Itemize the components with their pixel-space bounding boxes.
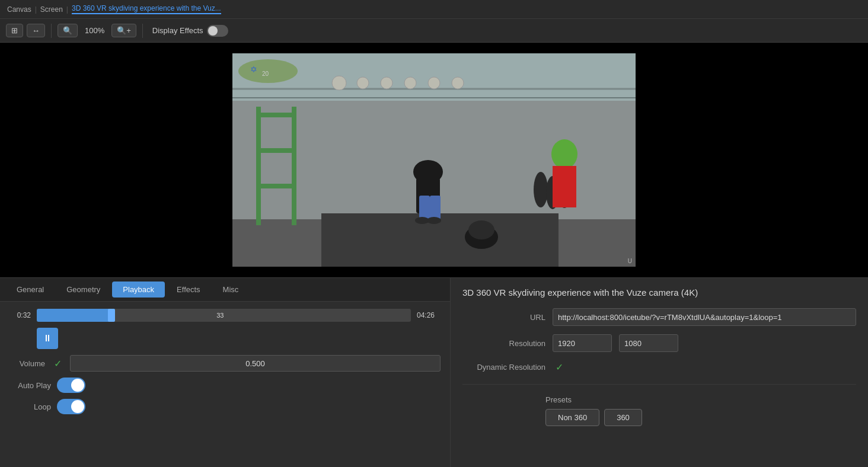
seek-track[interactable]: 33 (37, 309, 411, 322)
resolution-height-input[interactable] (619, 334, 678, 352)
zoom-in-button[interactable]: 🔍+ (111, 24, 136, 37)
fit-canvas-icon: ⊞ (11, 26, 18, 35)
preset-non360-button[interactable]: Non 360 (545, 409, 599, 426)
loop-label: Loop (9, 402, 51, 411)
fit-canvas-button[interactable]: ⊞ (6, 24, 23, 37)
svg-point-6 (381, 77, 392, 89)
svg-point-25 (427, 217, 441, 224)
tab-effects[interactable]: Effects (166, 282, 211, 298)
breadcrumb-sep1: | (35, 5, 37, 14)
zoom-level-label: 100% (81, 25, 108, 36)
svg-rect-27 (553, 166, 576, 207)
video-watermark: U (628, 258, 632, 264)
controls-row: ⏸ (9, 328, 441, 349)
svg-text:20: 20 (262, 71, 269, 77)
svg-point-29 (468, 220, 494, 239)
tab-misc[interactable]: Misc (212, 282, 250, 298)
toolbar: ⊞ ↔ 🔍 100% 🔍+ Display Effects (0, 19, 868, 43)
volume-row: Volume ✓ (9, 355, 441, 372)
breadcrumb: Canvas | Screen | 3D 360 VR skydiving ex… (7, 4, 221, 14)
display-effects-label: Display Effects (152, 26, 203, 35)
svg-rect-12 (256, 107, 261, 225)
video-scene: 20 ✡ U (232, 53, 636, 267)
svg-point-9 (452, 77, 464, 89)
seek-value-label: 33 (216, 312, 224, 319)
breadcrumb-canvas[interactable]: Canvas (7, 5, 31, 14)
auto-play-knob (71, 379, 84, 392)
zoom-out-icon: 🔍 (63, 26, 72, 35)
dynamic-resolution-row: Dynamic Resolution ✓ (462, 360, 856, 373)
display-effects-knob (208, 26, 218, 36)
video-svg: 20 ✡ (232, 53, 636, 267)
dynamic-resolution-label: Dynamic Resolution (462, 363, 545, 372)
svg-rect-15 (256, 148, 296, 153)
toolbar-separator-2 (142, 24, 143, 38)
zoom-in-icon: 🔍+ (117, 26, 131, 35)
play-pause-button[interactable]: ⏸ (37, 328, 58, 349)
video-frame: 20 ✡ U (232, 53, 636, 267)
svg-rect-13 (292, 107, 296, 225)
seek-thumb[interactable] (108, 309, 115, 322)
svg-point-26 (551, 139, 577, 169)
display-effects-toggle[interactable] (207, 25, 228, 37)
tab-geometry[interactable]: Geometry (56, 282, 111, 298)
total-time-label: 04:26 (417, 311, 441, 319)
svg-point-7 (404, 77, 416, 89)
fit-width-icon: ↔ (32, 26, 40, 35)
breadcrumb-bar: Canvas | Screen | 3D 360 VR skydiving ex… (0, 0, 868, 19)
breadcrumb-sep2: | (66, 5, 68, 14)
playback-content: 0:32 33 04:26 ⏸ Volume ✓ (0, 302, 450, 467)
panel-divider (462, 384, 856, 385)
breadcrumb-title[interactable]: 3D 360 VR skydiving experience with the … (72, 4, 221, 14)
tab-general[interactable]: General (6, 282, 55, 298)
presets-buttons: Non 360 360 (545, 409, 856, 426)
loop-row: Loop (9, 399, 441, 414)
dynamic-resolution-checkbox[interactable]: ✓ (553, 360, 566, 373)
volume-input[interactable] (70, 355, 441, 372)
left-panel: General Geometry Playback Effects Misc 0… (0, 278, 451, 467)
svg-rect-23 (430, 196, 441, 219)
panel-title: 3D 360 VR skydiving experience with the … (462, 287, 856, 298)
resolution-label: Resolution (462, 339, 545, 348)
zoom-out-button[interactable]: 🔍 (58, 24, 78, 37)
svg-text:✡: ✡ (250, 65, 257, 74)
volume-label: Volume (9, 359, 45, 368)
volume-checkbox[interactable]: ✓ (51, 357, 64, 370)
play-pause-icon: ⏸ (43, 333, 52, 344)
svg-point-5 (357, 77, 369, 89)
tab-playback[interactable]: Playback (112, 282, 165, 298)
toolbar-separator-1 (51, 24, 52, 38)
url-label: URL (462, 313, 545, 322)
auto-play-toggle[interactable] (57, 378, 85, 393)
svg-rect-16 (256, 184, 296, 188)
svg-point-8 (428, 77, 440, 89)
loop-toggle[interactable] (57, 399, 85, 414)
url-row: URL (462, 308, 856, 326)
url-input[interactable] (553, 308, 856, 326)
right-panel: 3D 360 VR skydiving experience with the … (451, 278, 868, 467)
current-time-label: 0:32 (9, 311, 31, 319)
seek-row: 0:32 33 04:26 (9, 309, 441, 322)
presets-label: Presets (545, 395, 856, 404)
canvas-area[interactable]: 20 ✡ U (0, 43, 868, 277)
preset-360-button[interactable]: 360 (604, 409, 642, 426)
seek-fill (37, 309, 111, 322)
auto-play-label: Auto Play (9, 381, 51, 390)
tabs-bar: General Geometry Playback Effects Misc (0, 278, 450, 302)
svg-rect-22 (419, 196, 430, 219)
fit-width-button[interactable]: ↔ (27, 24, 45, 37)
svg-point-4 (332, 76, 346, 90)
loop-knob (71, 400, 84, 413)
resolution-width-input[interactable] (553, 334, 612, 352)
presets-section: Presets Non 360 360 (462, 395, 856, 426)
auto-play-row: Auto Play (9, 378, 441, 393)
bottom-panel: General Geometry Playback Effects Misc 0… (0, 277, 868, 467)
resolution-row: Resolution (462, 334, 856, 352)
svg-rect-14 (256, 113, 296, 117)
breadcrumb-screen[interactable]: Screen (40, 5, 63, 14)
main-area: 20 ✡ U (0, 43, 868, 277)
svg-point-17 (534, 172, 548, 207)
